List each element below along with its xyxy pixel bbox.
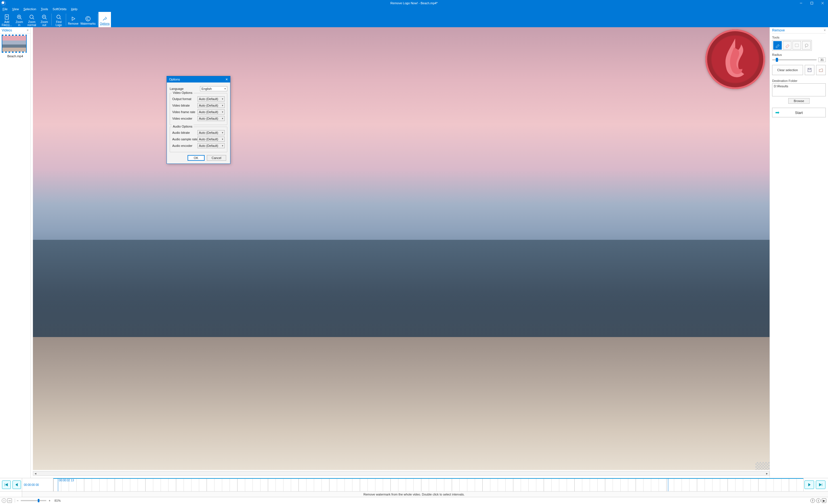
video-encoder-select[interactable]: Auto (Default)▾ (198, 116, 225, 121)
maximize-button[interactable] (806, 0, 817, 6)
minimize-button[interactable] (796, 0, 806, 6)
dialog-title: Options (169, 78, 180, 81)
zoom-minus-button[interactable]: − (17, 499, 18, 502)
zoom-percent: 81% (54, 499, 61, 502)
zoom-in-icon (16, 14, 22, 20)
svg-rect-8 (808, 68, 811, 72)
svg-rect-7 (795, 44, 798, 47)
remove-button[interactable]: Remove (67, 12, 79, 27)
chevron-down-icon: ▾ (222, 117, 223, 120)
video-framerate-select[interactable]: Auto (Default)▾ (198, 109, 225, 114)
radius-value[interactable]: 31 (818, 57, 826, 62)
close-button[interactable] (817, 0, 828, 6)
arrow-right-icon: ➡ (775, 109, 780, 116)
browse-button[interactable]: Browse (788, 98, 810, 104)
thumbnail-image (2, 35, 27, 52)
language-label: Language (170, 87, 200, 90)
chevron-down-icon: ▾ (222, 131, 223, 134)
goto-start-button[interactable] (2, 480, 11, 489)
selection-tools (772, 40, 812, 51)
toolbar: Add File(s)... Zoom in Zoom normal Zoom … (0, 12, 828, 27)
step-back-button[interactable] (12, 480, 21, 489)
marker-tool[interactable] (773, 41, 782, 50)
audio-bitrate-select[interactable]: Auto (Default)▾ (198, 130, 225, 135)
svg-point-6 (86, 16, 90, 21)
rectangle-tool[interactable] (792, 41, 801, 50)
info-icon[interactable]: i (2, 498, 6, 503)
hint-bar: Remove watermark from the whole video. D… (0, 492, 828, 497)
video-frame (33, 27, 770, 470)
video-thumbnail[interactable]: Beach.mp4 (2, 35, 29, 58)
radius-slider[interactable] (772, 59, 817, 60)
menu-selection[interactable]: Selection (22, 7, 37, 11)
chevron-down-icon: ▾ (222, 110, 223, 113)
thumbnail-caption: Beach.mp4 (2, 54, 29, 58)
ok-button[interactable]: OK (188, 155, 205, 161)
output-format-select[interactable]: Auto (Default)▾ (198, 96, 225, 101)
watermarks-button[interactable]: Watermarks (79, 12, 96, 27)
menu-view[interactable]: View (11, 7, 20, 11)
menu-tools[interactable]: Tools (39, 7, 50, 11)
video-options-group: Video Options Output format Auto (Defaul… (170, 93, 227, 125)
menu-bar: File View Selection Tools SoftOrbits Hel… (0, 6, 828, 12)
chevron-down-icon: ▾ (222, 138, 223, 141)
add-files-button[interactable]: Add File(s)... (1, 12, 13, 27)
clear-selection-button[interactable]: Clear selection (772, 65, 803, 75)
add-file-icon (4, 14, 10, 20)
lasso-tool[interactable] (802, 41, 811, 50)
step-forward-button[interactable] (804, 480, 814, 489)
menu-help[interactable]: Help (70, 7, 79, 11)
playback-bar: 00:00:00 00 00:00:02 13 (0, 478, 828, 492)
zoom-normal-icon (29, 14, 35, 20)
status-bar: i ▭ − + 81% f t ▶ (0, 497, 828, 504)
twitter-icon[interactable]: t (816, 498, 821, 503)
remove-panel-title: Remove (772, 28, 785, 32)
zoom-in-button[interactable]: Zoom in (13, 12, 26, 27)
radius-label: Radius (772, 53, 826, 56)
video-bitrate-select[interactable]: Auto (Default)▾ (198, 103, 225, 108)
fit-icon[interactable]: ▭ (7, 498, 12, 503)
cancel-button[interactable]: Cancel (207, 155, 226, 161)
timecode-column: 00:00:00 00 (22, 478, 53, 491)
zoom-plus-button[interactable]: + (48, 499, 50, 502)
zoom-out-button[interactable]: Zoom out (38, 12, 50, 27)
audio-encoder-select[interactable]: Auto (Default)▾ (198, 143, 225, 148)
horizontal-scrollbar[interactable]: ◄ ► (33, 471, 770, 476)
menu-file[interactable]: File (1, 7, 9, 11)
audio-samplerate-select[interactable]: Auto (Default)▾ (198, 137, 225, 142)
destination-path[interactable]: D:\Results (772, 83, 826, 96)
close-icon[interactable]: × (824, 28, 826, 32)
chevron-down-icon: ▾ (224, 87, 226, 90)
start-button[interactable]: ➡ Start (772, 108, 826, 118)
eraser-tool[interactable] (783, 41, 791, 50)
copyright-icon (85, 15, 91, 22)
scroll-right-icon[interactable]: ► (765, 471, 769, 475)
facebook-icon[interactable]: f (811, 498, 815, 503)
svg-point-3 (30, 15, 33, 18)
search-icon (56, 14, 61, 20)
title-bar: Remove Logo Now! - Beach.mp4* (0, 0, 828, 6)
videos-panel-title: Videos (2, 28, 12, 32)
audio-options-group: Audio Options Audio bitrate Auto (Defaul… (170, 127, 227, 152)
zoom-slider[interactable] (21, 500, 46, 501)
close-icon[interactable]: × (27, 28, 29, 32)
zoom-normal-button[interactable]: Zoom normal (26, 12, 38, 27)
save-selection-button[interactable] (805, 65, 814, 75)
youtube-icon[interactable]: ▶ (822, 498, 826, 503)
options-button[interactable]: Options (98, 12, 111, 27)
dialog-close-button[interactable]: × (225, 77, 228, 82)
hint-text: Remove watermark from the whole video. D… (364, 493, 464, 496)
watermark-logo (705, 30, 765, 89)
goto-end-button[interactable] (816, 480, 825, 489)
find-logo-button[interactable]: Find Logo (52, 12, 65, 27)
app-icon (1, 1, 6, 5)
chevron-down-icon: ▾ (222, 144, 223, 147)
scroll-left-icon[interactable]: ◄ (33, 471, 38, 475)
video-viewer[interactable]: ◄ ► (31, 27, 770, 478)
language-select[interactable]: English▾ (200, 86, 227, 91)
load-selection-button[interactable] (816, 65, 826, 75)
timeline[interactable]: 00:00:02 13 (53, 478, 803, 491)
remove-panel: Remove × Tools Radius 31 Clear selection… (770, 27, 828, 478)
menu-softorbits[interactable]: SoftOrbits (51, 7, 68, 11)
start-timecode: 00:00:00 00 (24, 483, 53, 487)
